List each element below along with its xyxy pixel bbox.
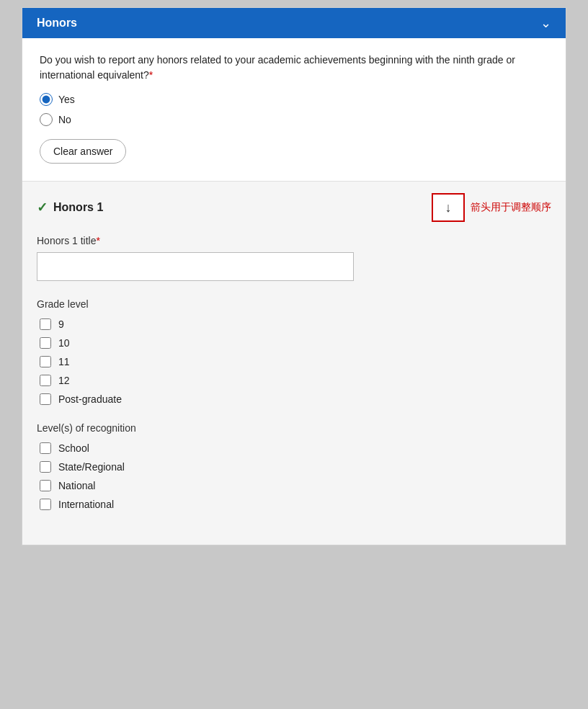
grade-9[interactable]: 9 xyxy=(40,318,551,330)
recognition-international-checkbox[interactable] xyxy=(40,499,51,510)
honors1-section: ✓ Honors 1 ↓ 箭头用于调整顺序 Honors 1 title* xyxy=(22,182,566,545)
arrow-down-button[interactable]: ↓ xyxy=(432,193,465,222)
checkmark-icon: ✓ xyxy=(37,200,48,215)
grade-10-label: 10 xyxy=(58,337,70,349)
honors-header: Honors ⌄ xyxy=(22,8,566,38)
radio-yes-input[interactable] xyxy=(40,93,53,106)
recognition-school-label: School xyxy=(58,442,89,454)
title-required-marker: * xyxy=(96,235,99,246)
radio-yes-label: Yes xyxy=(58,94,75,105)
honors-header-title: Honors xyxy=(37,17,77,30)
grade-9-checkbox[interactable] xyxy=(40,318,51,330)
recognition-group: Level(s) of recognition School State/Reg… xyxy=(37,422,551,510)
grade-11-label: 11 xyxy=(58,356,70,367)
grade-postgraduate-checkbox[interactable] xyxy=(40,393,51,405)
recognition-international-label: International xyxy=(58,499,114,510)
title-field-group: Honors 1 title* xyxy=(37,235,551,281)
page-wrapper: Honors ⌄ Do you wish to report any honor… xyxy=(0,0,588,709)
chevron-down-icon[interactable]: ⌄ xyxy=(540,15,551,31)
arrow-down-icon: ↓ xyxy=(445,200,452,215)
recognition-state-regional-checkbox[interactable] xyxy=(40,461,51,473)
recognition-state-regional[interactable]: State/Regional xyxy=(40,461,551,473)
grade-10-checkbox[interactable] xyxy=(40,337,51,349)
recognition-national[interactable]: National xyxy=(40,480,551,491)
clear-answer-button[interactable]: Clear answer xyxy=(40,139,126,164)
required-marker: * xyxy=(149,69,153,81)
grade-level-group: Grade level 9 10 11 xyxy=(37,298,551,405)
honors1-header: ✓ Honors 1 ↓ 箭头用于调整顺序 xyxy=(37,193,551,222)
grade-postgraduate[interactable]: Post-graduate xyxy=(40,393,551,405)
main-card: Honors ⌄ Do you wish to report any honor… xyxy=(22,7,566,545)
question-text: Do you wish to report any honors related… xyxy=(40,53,548,83)
grade-postgraduate-label: Post-graduate xyxy=(58,393,122,405)
recognition-international[interactable]: International xyxy=(40,499,551,510)
radio-no[interactable]: No xyxy=(40,113,548,126)
grade-9-label: 9 xyxy=(58,318,64,330)
recognition-national-label: National xyxy=(58,480,95,491)
grade-12[interactable]: 12 xyxy=(40,375,551,386)
recognition-school[interactable]: School xyxy=(40,442,551,454)
recognition-label: Level(s) of recognition xyxy=(37,422,551,434)
radio-yes[interactable]: Yes xyxy=(40,93,548,106)
honors1-title-text: Honors 1 xyxy=(53,201,103,214)
honors1-title-row: ✓ Honors 1 xyxy=(37,200,103,215)
radio-group: Yes No xyxy=(40,93,548,126)
question-section: Do you wish to report any honors related… xyxy=(22,38,566,182)
grade-checkbox-group: 9 10 11 12 P xyxy=(40,318,551,405)
recognition-national-checkbox[interactable] xyxy=(40,480,51,491)
radio-no-label: No xyxy=(58,114,71,125)
honors1-title-input[interactable] xyxy=(37,252,354,281)
annotation-text: 箭头用于调整顺序 xyxy=(471,201,551,214)
grade-level-label: Grade level xyxy=(37,298,551,310)
grade-12-checkbox[interactable] xyxy=(40,375,51,386)
grade-12-label: 12 xyxy=(58,375,70,386)
radio-no-input[interactable] xyxy=(40,113,53,126)
title-field-label: Honors 1 title* xyxy=(37,235,551,246)
grade-11[interactable]: 11 xyxy=(40,356,551,367)
grade-11-checkbox[interactable] xyxy=(40,356,51,367)
right-annotation: ↓ 箭头用于调整顺序 xyxy=(432,193,551,222)
recognition-checkbox-group: School State/Regional National Internati… xyxy=(40,442,551,510)
recognition-school-checkbox[interactable] xyxy=(40,442,51,454)
grade-10[interactable]: 10 xyxy=(40,337,551,349)
recognition-state-regional-label: State/Regional xyxy=(58,461,125,473)
